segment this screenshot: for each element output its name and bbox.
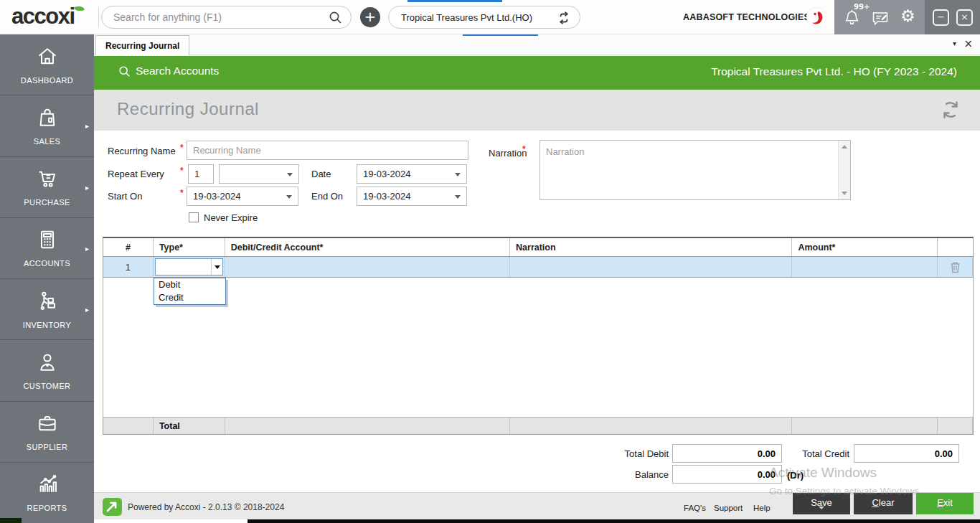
repeat-every-unit-select[interactable] xyxy=(219,164,299,184)
date-label: Date xyxy=(311,169,331,179)
repeat-every-count-input[interactable] xyxy=(188,164,214,184)
exit-button[interactable]: Exit xyxy=(916,493,974,514)
search-icon[interactable] xyxy=(329,11,342,27)
sidebar-item-reports[interactable]: REPORTS xyxy=(0,463,94,523)
global-search-input[interactable] xyxy=(113,7,321,27)
help-link[interactable]: Help xyxy=(753,504,771,512)
never-expire-checkbox[interactable] xyxy=(189,212,199,222)
total-credit-value: 0.00 xyxy=(854,444,959,463)
chevron-down-icon[interactable] xyxy=(211,259,222,275)
type-cell xyxy=(154,257,225,277)
row-number: 1 xyxy=(103,257,154,277)
calculator-icon xyxy=(35,228,60,254)
scroll-up-icon[interactable] xyxy=(842,145,847,149)
taskbar-fragment xyxy=(0,518,22,523)
org-menu[interactable]: AABASOFT TECHNOLOGIES▸ xyxy=(683,0,817,34)
scroll-down-icon[interactable] xyxy=(842,192,847,195)
narration-label: Narration xyxy=(489,148,527,159)
company-fiscal-year: Tropical Treasures Pvt Ltd. - HO (FY 202… xyxy=(711,65,957,78)
tab-list-dropdown-icon[interactable]: ▾ xyxy=(953,39,956,47)
required-marker: * xyxy=(180,143,184,153)
chevron-right-icon: ▸ xyxy=(85,122,89,130)
gear-icon[interactable]: ⚙ xyxy=(900,6,915,25)
narration-cell[interactable] xyxy=(510,257,792,277)
total-debit-label: Total Debit xyxy=(574,448,669,459)
accent-line xyxy=(463,34,538,36)
tab-recurring-journal[interactable]: Recurring Journal xyxy=(95,35,189,55)
chevron-right-icon: ▸ xyxy=(85,183,89,191)
support-link[interactable]: Support xyxy=(714,504,743,512)
chevron-down-icon xyxy=(455,195,461,199)
bell-icon[interactable] xyxy=(843,9,861,29)
powered-by-text: Powered by Accoxi - 2.0.13 © 2018-2024 xyxy=(128,502,284,512)
col-header-num: # xyxy=(103,238,154,256)
chevron-right-icon: ▸ xyxy=(85,244,89,252)
search-accounts-label: Search Accounts xyxy=(136,65,219,77)
account-cell[interactable] xyxy=(225,257,510,277)
date-select[interactable]: 19-03-2024 xyxy=(357,164,467,184)
top-bar: accoxi + Tropical Treasures Pvt Ltd.(HO)… xyxy=(0,0,980,34)
sidebar-item-label: REPORTS xyxy=(27,504,67,512)
required-marker: * xyxy=(180,166,184,176)
delete-row-icon[interactable] xyxy=(950,263,961,275)
start-on-select[interactable]: 19-03-2024 xyxy=(187,187,298,206)
tab-close-icon[interactable]: × xyxy=(963,37,973,50)
balance-value: 0.00 xyxy=(672,465,782,484)
accent-line xyxy=(407,0,502,2)
switch-company-icon[interactable] xyxy=(557,11,571,28)
sidebar-item-sales[interactable]: SALES ▸ xyxy=(0,95,94,156)
sidebar-item-dashboard[interactable]: DASHBOARD xyxy=(0,34,94,95)
activate-windows-watermark: Activate Windows xyxy=(769,465,877,481)
sidebar-item-accounts[interactable]: ACCOUNTS ▸ xyxy=(0,218,94,279)
app-window: accoxi + Tropical Treasures Pvt Ltd.(HO)… xyxy=(0,0,980,523)
total-label: Total xyxy=(154,418,225,434)
org-name: AABASOFT TECHNOLOGIES xyxy=(683,12,810,22)
type-select[interactable] xyxy=(155,258,223,275)
user-avatar[interactable] xyxy=(806,7,826,27)
scrollbar[interactable] xyxy=(838,141,850,199)
sidebar-item-label: PURCHASE xyxy=(24,198,70,207)
dropdown-option-credit[interactable]: Credit xyxy=(154,291,225,304)
faqs-link[interactable]: FAQ's xyxy=(684,504,706,512)
sidebar-item-supplier[interactable]: SUPPLIER xyxy=(0,402,94,463)
table-body-empty: Debit Credit xyxy=(103,278,974,417)
table-total-row: Total xyxy=(103,417,974,435)
recurring-name-input[interactable] xyxy=(187,141,468,160)
end-on-label: End On xyxy=(311,191,343,202)
required-marker: * xyxy=(180,188,184,198)
narration-textarea[interactable] xyxy=(540,141,838,199)
accoxi-logo: accoxi xyxy=(11,4,75,29)
tab-bar: Recurring Journal ▾ × xyxy=(94,34,980,55)
sidebar-item-purchase[interactable]: PURCHASE ▸ xyxy=(0,157,94,218)
bar-chart-icon xyxy=(35,473,60,499)
taskbar-fragment xyxy=(248,519,980,523)
notification-badge: 99+ xyxy=(854,3,870,11)
close-button[interactable]: × xyxy=(956,9,973,26)
repeat-every-label: Repeat Every xyxy=(108,169,164,179)
chevron-down-icon xyxy=(455,173,461,176)
table-row: 1 xyxy=(103,257,974,278)
actions-cell xyxy=(938,257,973,277)
sidebar-item-customer[interactable]: CUSTOMER xyxy=(0,340,94,401)
global-search[interactable] xyxy=(101,6,352,29)
company-selector-label: Tropical Treasures Pvt Ltd.(HO) xyxy=(401,12,532,23)
amount-cell[interactable] xyxy=(792,257,938,277)
sidebar-item-label: SALES xyxy=(34,137,60,146)
shopping-bag-icon xyxy=(35,106,60,132)
sidebar-item-label: CUSTOMER xyxy=(24,382,71,390)
add-new-button[interactable]: + xyxy=(360,7,380,27)
refresh-icon[interactable] xyxy=(940,99,961,123)
total-debit-value: 0.00 xyxy=(672,444,782,463)
recurring-name-label: Recurring Name xyxy=(108,146,176,156)
home-icon xyxy=(35,45,60,71)
sidebar-item-label: DASHBOARD xyxy=(21,76,73,85)
dropdown-option-debit[interactable]: Debit xyxy=(154,278,225,291)
end-on-select[interactable]: 19-03-2024 xyxy=(357,187,467,206)
minimize-button[interactable]: − xyxy=(933,9,949,26)
sidebar-item-inventory[interactable]: INVENTORY ▸ xyxy=(0,279,94,340)
company-selector[interactable]: Tropical Treasures Pvt Ltd.(HO) xyxy=(388,6,580,29)
search-accounts-button[interactable]: Search Accounts xyxy=(118,65,219,77)
journal-lines-table: # Type* Debit/Credit Account* Narration … xyxy=(103,237,974,435)
divider xyxy=(98,8,99,27)
messages-icon[interactable] xyxy=(872,11,889,29)
